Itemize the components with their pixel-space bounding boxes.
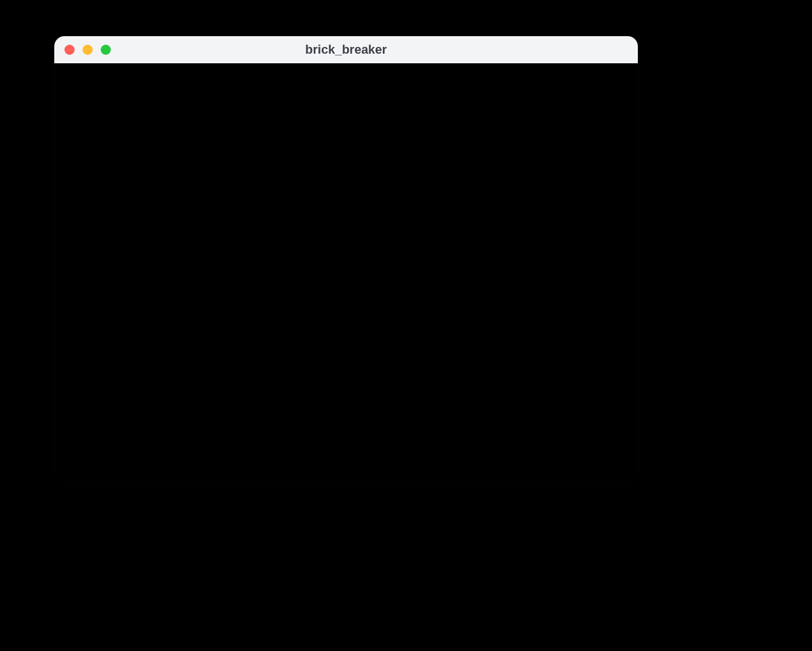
- window-close-button[interactable]: [64, 45, 75, 55]
- window-minimize-button[interactable]: [83, 45, 93, 55]
- traffic-lights-group: [54, 45, 111, 55]
- window-title: brick_breaker: [54, 42, 638, 57]
- game-canvas[interactable]: [54, 63, 638, 483]
- window-titlebar[interactable]: brick_breaker: [54, 36, 638, 63]
- app-window: brick_breaker: [54, 36, 638, 483]
- window-zoom-button[interactable]: [101, 45, 111, 55]
